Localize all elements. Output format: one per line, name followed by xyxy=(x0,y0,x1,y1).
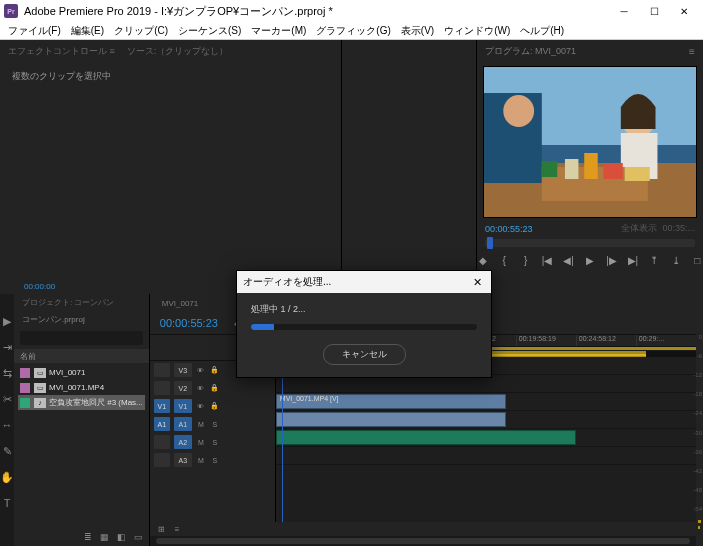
hand-tool-icon[interactable]: ✋ xyxy=(0,470,14,484)
new-bin-icon[interactable]: ▭ xyxy=(134,532,143,542)
goto-out-icon[interactable]: ▶| xyxy=(627,253,638,267)
menu-graphics[interactable]: グラフィック(G) xyxy=(316,24,390,38)
track-label-a1[interactable]: A1 xyxy=(174,417,192,431)
pen-tool-icon[interactable]: ✎ xyxy=(0,444,14,458)
svg-rect-10 xyxy=(603,163,622,179)
track-lock-icon[interactable]: 🔒 xyxy=(210,365,220,375)
track-label-v2[interactable]: V2 xyxy=(174,381,192,395)
timeline-timecode[interactable]: 00:00:55:23 xyxy=(160,317,218,329)
project-item[interactable]: ▭ MVI_0071.MP4 xyxy=(18,380,145,395)
menu-window[interactable]: ウィンドウ(W) xyxy=(444,24,510,38)
track-label-a3[interactable]: A3 xyxy=(174,453,192,467)
meter-tick: -6 xyxy=(691,353,703,359)
track-toggle-output-icon[interactable]: 👁 xyxy=(196,401,206,411)
meter-tick: -42 xyxy=(691,468,703,474)
menu-view[interactable]: 表示(V) xyxy=(401,24,434,38)
track-solo-icon[interactable]: S xyxy=(210,437,220,447)
tab-effect-controls[interactable]: エフェクトコントロール ≡ xyxy=(8,45,115,58)
track-header-v2[interactable]: V2 👁 🔒 xyxy=(150,379,275,397)
track-header-v1[interactable]: V1 V1 👁 🔒 xyxy=(150,397,275,415)
program-monitor[interactable] xyxy=(483,66,697,218)
video-clip[interactable]: MVI_0071.MP4 [V] xyxy=(276,394,506,409)
step-fwd-icon[interactable]: |▶ xyxy=(606,253,617,267)
program-fit[interactable]: 全体表示 xyxy=(621,223,657,233)
program-timecode-left[interactable]: 00:00:55:23 xyxy=(485,224,533,234)
tab-sequence[interactable]: MVI_0071 xyxy=(162,299,198,308)
tl-footer-icon[interactable]: ⊞ xyxy=(158,525,165,534)
export-frame-icon[interactable]: □ xyxy=(692,253,703,267)
add-marker-icon[interactable]: ◆ xyxy=(477,253,488,267)
razor-tool-icon[interactable]: ✂ xyxy=(0,392,14,406)
track-solo-icon[interactable]: S xyxy=(210,455,220,465)
tl-footer-icon[interactable]: ≡ xyxy=(175,525,180,534)
track-select-tool-icon[interactable]: ⇥ xyxy=(0,340,14,354)
minimize-button[interactable]: ─ xyxy=(609,1,639,21)
track-header-a3[interactable]: A3 M S xyxy=(150,451,275,469)
slip-tool-icon[interactable]: ↔ xyxy=(0,418,14,432)
track-target-v1[interactable]: V1 xyxy=(154,399,170,413)
track-target-a2[interactable] xyxy=(154,435,170,449)
track-label-a2[interactable]: A2 xyxy=(174,435,192,449)
track-target-a3[interactable] xyxy=(154,453,170,467)
type-tool-icon[interactable]: T xyxy=(0,496,14,510)
audio-clip-a2[interactable] xyxy=(276,430,576,445)
track-label-v1[interactable]: V1 xyxy=(174,399,192,413)
effect-controls-message: 複数のクリップを選択中 xyxy=(12,70,329,83)
dialog-close-button[interactable]: ✕ xyxy=(469,274,485,290)
mark-out-icon[interactable]: } xyxy=(520,253,531,267)
mark-in-icon[interactable]: { xyxy=(498,253,509,267)
track-mute-icon[interactable]: M xyxy=(196,419,206,429)
ruler-tick: 00:19:58:19 xyxy=(516,335,576,346)
meter-tick: -54 xyxy=(691,506,703,512)
lift-icon[interactable]: ⤒ xyxy=(649,253,660,267)
program-playhead[interactable] xyxy=(487,237,493,249)
meter-indicator xyxy=(698,520,701,523)
track-lock-icon[interactable]: 🔒 xyxy=(210,401,220,411)
project-item[interactable]: ♪ 空負攻室地回尺 #3 (Mas... xyxy=(18,395,145,410)
step-back-icon[interactable]: ◀| xyxy=(563,253,574,267)
track-target-a1[interactable]: A1 xyxy=(154,417,170,431)
menu-edit[interactable]: 編集(E) xyxy=(71,24,104,38)
lane-a3[interactable] xyxy=(276,447,696,465)
goto-in-icon[interactable]: |◀ xyxy=(541,253,552,267)
selection-tool-icon[interactable]: ▶ xyxy=(0,314,14,328)
extract-icon[interactable]: ⤓ xyxy=(670,253,681,267)
ripple-tool-icon[interactable]: ⇆ xyxy=(0,366,14,380)
track-label-v3[interactable]: V3 xyxy=(174,363,192,377)
freeform-view-icon[interactable]: ◧ xyxy=(117,532,126,542)
cancel-button[interactable]: キャンセル xyxy=(323,344,406,365)
track-toggle-output-icon[interactable]: 👁 xyxy=(196,365,206,375)
track-mute-icon[interactable]: M xyxy=(196,455,206,465)
icon-view-icon[interactable]: ▦ xyxy=(100,532,109,542)
menu-marker[interactable]: マーカー(M) xyxy=(251,24,306,38)
maximize-button[interactable]: ☐ xyxy=(639,1,669,21)
project-item[interactable]: ▭ MVI_0071 xyxy=(18,365,145,380)
project-filter-input[interactable] xyxy=(20,331,143,345)
menu-help[interactable]: ヘルプ(H) xyxy=(520,24,564,38)
panel-options-button[interactable]: ≡ xyxy=(685,44,699,58)
lane-a1[interactable] xyxy=(276,411,696,429)
track-lock-icon[interactable]: 🔒 xyxy=(210,383,220,393)
track-mute-icon[interactable]: M xyxy=(196,437,206,447)
program-scrubber[interactable] xyxy=(485,239,695,247)
project-column-name[interactable]: 名前 xyxy=(14,349,149,363)
menu-file[interactable]: ファイル(F) xyxy=(8,24,61,38)
close-window-button[interactable]: ✕ xyxy=(669,1,699,21)
track-target-v2[interactable] xyxy=(154,381,170,395)
timeline-zoom-scroll[interactable] xyxy=(150,536,696,546)
track-toggle-output-icon[interactable]: 👁 xyxy=(196,383,206,393)
tab-project[interactable]: プロジェクト: コーンパン xyxy=(14,294,149,312)
audio-clip-a1[interactable] xyxy=(276,412,506,427)
menu-sequence[interactable]: シーケンス(S) xyxy=(178,24,241,38)
lane-a2[interactable] xyxy=(276,429,696,447)
list-view-icon[interactable]: ≣ xyxy=(84,532,92,542)
track-solo-icon[interactable]: S xyxy=(210,419,220,429)
tab-program[interactable]: プログラム: MVI_0071 xyxy=(485,45,576,58)
menu-clip[interactable]: クリップ(C) xyxy=(114,24,168,38)
track-header-a1[interactable]: A1 A1 M S xyxy=(150,415,275,433)
lane-v1[interactable]: MVI_0071.MP4 [V] xyxy=(276,393,696,411)
track-header-a2[interactable]: A2 M S xyxy=(150,433,275,451)
track-target-v3[interactable] xyxy=(154,363,170,377)
play-icon[interactable]: ▶ xyxy=(584,253,595,267)
tab-source[interactable]: ソース:（クリップなし） xyxy=(127,45,229,58)
